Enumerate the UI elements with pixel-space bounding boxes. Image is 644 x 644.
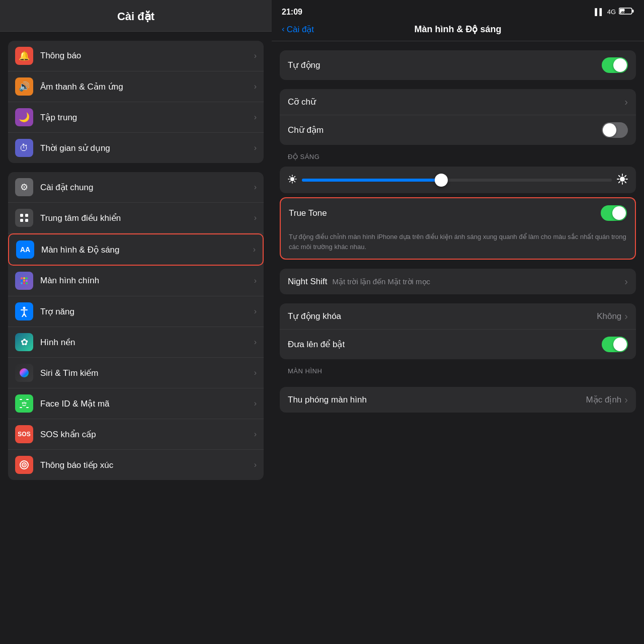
svg-point-7 [21,280,23,282]
wallpaper-icon: ✿ [21,337,28,348]
sidebar-item-face-id[interactable]: Face ID & Mật mã › [8,388,264,419]
display-zoom-item[interactable]: Thu phóng màn hình Mặc định › [280,387,636,413]
display-zoom-chevron: › [624,394,628,406]
sidebar-item-wallpaper[interactable]: ✿ Hình nền › [8,327,264,358]
sidebar-item-focus[interactable]: 🌙 Tập trung › [8,102,264,133]
control-center-icon-bg [15,209,33,227]
chevron-icon: › [254,430,257,439]
sidebar-item-home-screen[interactable]: Màn hình chính › [8,266,264,296]
auto-lock-chevron: › [624,310,628,322]
true-tone-item[interactable]: True Tone [281,198,635,228]
sidebar-item-sos[interactable]: SOS SOS khẩn cấp › [8,419,264,450]
general-label: Cài đặt chung [40,182,254,193]
true-tone-description: Tự động điều chỉnh màn hình iPhone dựa t… [281,228,635,259]
sound-label: Âm thanh & Cảm ứng [40,82,254,92]
face-id-label: Face ID & Mật mã [40,398,254,409]
brightness-low-icon [288,175,297,185]
chevron-icon: › [254,183,257,192]
svg-rect-1 [25,214,28,217]
sidebar-item-notifications[interactable]: 🔔 Thông báo › [8,41,264,71]
night-shift-chevron: › [624,276,628,287]
auto-lock-value: Không [597,311,621,321]
notification-label: Thông báo [40,51,254,61]
sos-label: SOS khẩn cấp [40,429,254,440]
svg-line-35 [294,181,295,182]
brightness-section-label: ĐỘ SÁNG [280,145,636,164]
auto-lock-item[interactable]: Tự động khóa Không › [280,303,636,330]
night-shift-label: Night Shift [288,277,327,287]
bold-text-item[interactable]: Chữ đậm [280,115,636,145]
chevron-icon: › [254,51,257,60]
sidebar-item-exposure[interactable]: Thông báo tiếp xúc › [8,450,264,480]
accessibility-icon-bg [15,302,33,320]
settings-group-1: 🔔 Thông báo › 🔊 Âm thanh & Cảm ứng › 🌙 T… [8,41,264,163]
appearance-auto-item[interactable]: Tự động [280,50,636,80]
svg-point-5 [23,277,25,279]
svg-point-19 [22,403,24,404]
brightness-slider[interactable] [302,179,612,182]
home-screen-icon-bg [15,272,33,290]
nav-bar: ‹ Cài đặt Màn hình & Độ sáng [272,21,644,41]
screen-time-icon: ⏱ [20,143,29,153]
sidebar-item-sound[interactable]: 🔊 Âm thanh & Cảm ứng › [8,71,264,102]
text-group: Cỡ chữ › Chữ đậm [280,89,636,145]
back-button[interactable]: ‹ Cài đặt [282,24,314,35]
exposure-icon [19,459,30,470]
svg-rect-17 [20,407,22,408]
svg-rect-15 [20,399,22,400]
wallpaper-icon-bg: ✿ [15,333,33,351]
exposure-label: Thông báo tiếp xúc [40,460,254,470]
chevron-icon: › [254,213,257,222]
raise-to-wake-item[interactable]: Đưa lên để bật [280,330,636,359]
display-zoom-label: Thu phóng màn hình [288,395,586,405]
brightness-thumb[interactable] [435,174,448,187]
siri-label: Siri & Tìm kiếm [40,368,254,378]
screen-time-icon-bg: ⏱ [15,139,33,157]
signal-icon: ▌▌ [595,8,604,16]
face-id-icon [19,398,30,409]
bold-label: Chữ đậm [288,125,602,135]
svg-point-20 [25,403,27,404]
sidebar-item-control-center[interactable]: Trung tâm điều khiển › [8,203,264,233]
notification-icon: 🔔 [19,50,30,61]
focus-label: Tập trung [40,112,254,123]
focus-icon-bg: 🌙 [15,108,33,126]
chevron-icon: › [254,460,257,469]
sidebar-item-screen-time[interactable]: ⏱ Thời gian sử dụng › [8,133,264,163]
true-tone-label: True Tone [289,208,601,218]
chevron-icon: › [254,307,257,316]
general-icon-bg: ⚙ [15,178,33,196]
face-id-icon-bg [15,394,33,413]
lock-group: Tự động khóa Không › Đưa lên để bật [280,303,636,359]
settings-title: Cài đặt [117,10,154,23]
siri-icon-bg [15,364,33,382]
sidebar-item-display[interactable]: AA Màn hình & Độ sáng › [8,233,264,266]
svg-point-11 [23,282,25,284]
svg-point-24 [24,464,25,466]
page-title: Màn hình & Độ sáng [415,24,502,35]
svg-point-8 [23,280,25,282]
chevron-icon: › [254,113,257,122]
display-icon-bg: AA [16,240,34,259]
svg-text:46: 46 [621,10,625,15]
auto-toggle[interactable] [602,57,628,73]
sos-icon: SOS [18,431,30,438]
right-panel: 21:09 ▌▌ 4G 46 ‹ Cài đặt Màn hình & Độ s… [272,0,644,644]
sidebar-item-general[interactable]: ⚙ Cài đặt chung › [8,172,264,203]
chevron-icon: › [254,82,257,91]
brightness-fill [302,179,441,182]
siri-icon [19,367,30,378]
home-screen-label: Màn hình chính [40,276,254,286]
true-tone-toggle[interactable] [601,205,627,221]
right-content: Tự động Cỡ chữ › Chữ đậm ĐỘ SÁNG [272,41,644,644]
bold-toggle[interactable] [602,122,628,138]
night-shift-item[interactable]: Night Shift Mặt trời lặn đến Mặt trời mọ… [280,269,636,294]
raise-to-wake-toggle[interactable] [602,337,628,352]
svg-line-34 [290,177,291,178]
brightness-high-icon [617,174,628,186]
sidebar-item-siri[interactable]: Siri & Tìm kiếm › [8,358,264,388]
font-size-label: Cỡ chữ [288,97,624,107]
font-size-item[interactable]: Cỡ chữ › [280,89,636,115]
sidebar-item-accessibility[interactable]: Trợ năng › [8,296,264,327]
focus-icon: 🌙 [19,112,30,123]
